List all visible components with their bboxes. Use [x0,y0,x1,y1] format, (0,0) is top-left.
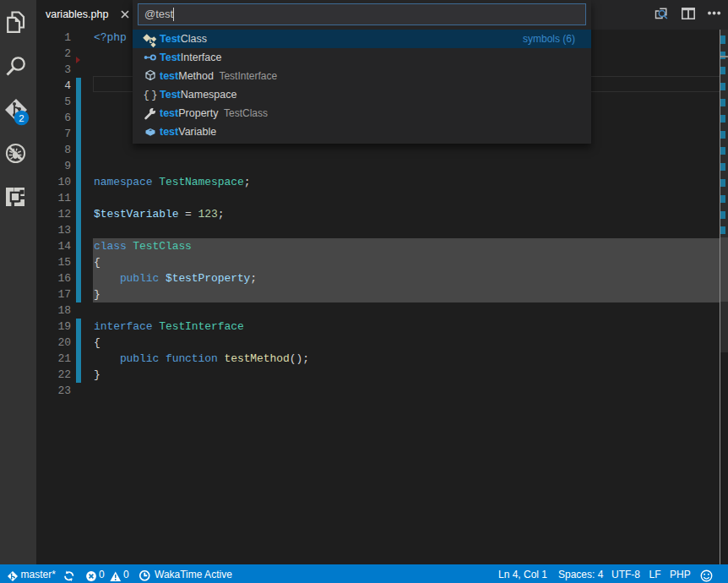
svg-text:2: 2 [19,113,24,123]
svg-text:{ }: { } [144,90,157,101]
